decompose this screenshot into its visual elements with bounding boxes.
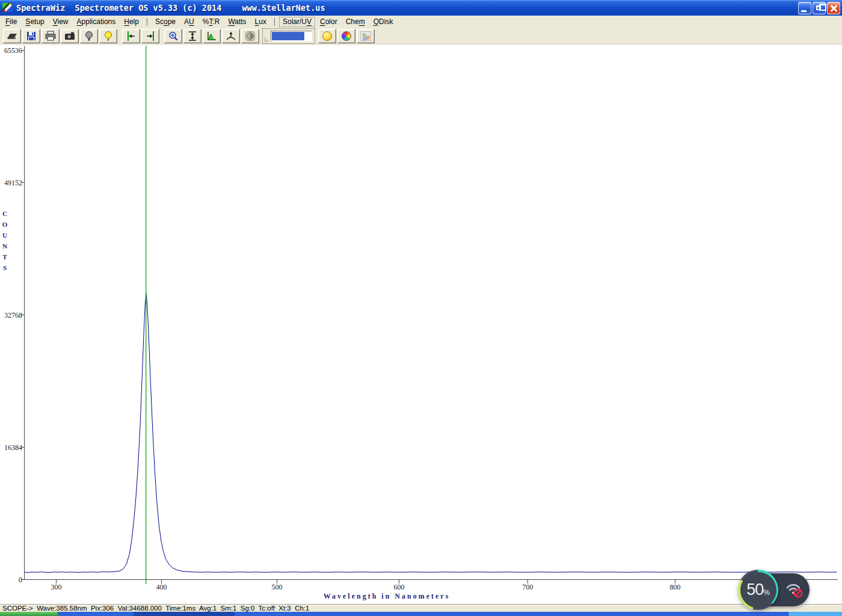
menu-item-chem[interactable]: Chem: [342, 16, 369, 28]
x-axis-label: Wavelength in Nanometers: [324, 592, 450, 600]
x-tick-label: 800: [670, 583, 681, 591]
x-tick-label: 500: [272, 583, 283, 591]
autoscale-y-icon: [186, 30, 198, 42]
autoscale-y-button[interactable]: [183, 29, 201, 43]
taskbar-app-button[interactable]: [134, 612, 235, 616]
menu-item-file[interactable]: File: [1, 16, 21, 28]
dark-scan-button[interactable]: [241, 29, 259, 43]
menu-item-scope[interactable]: Scope: [151, 16, 180, 28]
y-tick-label: 49152: [4, 179, 22, 187]
y-tick-label: 65536: [4, 46, 22, 55]
cursor-right-icon: [144, 30, 156, 42]
x-tick-label: 600: [394, 583, 405, 591]
minimize-icon: [801, 10, 807, 12]
lamp-off-icon: [83, 30, 95, 42]
app-window: SpectraWiz Spectrometer OS v5.33 (c) 201…: [0, 0, 842, 616]
zoom-in-button[interactable]: [164, 29, 182, 43]
axes: [21, 46, 838, 584]
menu-item-qdisk[interactable]: QDisk: [369, 16, 398, 28]
restore-button[interactable]: [813, 2, 826, 14]
menu-item-applications[interactable]: Applications: [73, 16, 120, 28]
app-icon: [2, 2, 13, 13]
menu-item-au[interactable]: AU: [180, 16, 198, 28]
system-tray: [788, 612, 842, 616]
spectrum-chart[interactable]: 655364915232768163840300400500600700800W…: [0, 45, 842, 604]
cursor-left-button[interactable]: [122, 29, 140, 43]
print-icon: [45, 30, 57, 42]
plot-area[interactable]: 655364915232768163840300400500600700800W…: [0, 45, 842, 604]
toolbar: [0, 28, 842, 45]
menu-item-solar-uv[interactable]: Solar/UV: [278, 16, 316, 28]
page-curl-icon: [264, 37, 269, 42]
close-button[interactable]: [827, 2, 840, 14]
open-file-button[interactable]: [3, 29, 21, 43]
color-temp-button[interactable]: [318, 29, 336, 43]
cursor-left-icon: [125, 30, 137, 42]
zoom-in-icon: [167, 30, 179, 42]
snapshot-button[interactable]: [61, 29, 79, 43]
save-button[interactable]: [22, 29, 40, 43]
progress-percent: 50%: [746, 581, 770, 599]
snapshot-camera-icon: [64, 30, 76, 42]
start-button[interactable]: [0, 612, 58, 616]
peak-view-icon: [206, 30, 218, 42]
menu-item--t-r[interactable]: %T:R: [198, 16, 224, 28]
y-tick-label: 0: [19, 576, 22, 584]
x-tick-label: 700: [523, 583, 533, 591]
open-file-icon: [6, 30, 18, 42]
menubar: FileSetupViewApplicationsHelpScopeAU%T:R…: [0, 16, 842, 28]
dark-scan-icon: [244, 30, 256, 42]
peak-view-button[interactable]: [203, 29, 221, 43]
window-title: SpectraWiz Spectrometer OS v5.33 (c) 201…: [16, 3, 221, 13]
cursor-right-button[interactable]: [141, 29, 159, 43]
statusbar: SCOPE-> Wave:385.58nm Pix:306 Val:34688.…: [0, 604, 842, 612]
restore-icon: [816, 5, 821, 10]
save-icon: [25, 30, 37, 42]
progress-circle-badge[interactable]: 50%: [738, 570, 778, 610]
lamp-on-icon: [102, 30, 114, 42]
minimize-button[interactable]: [798, 2, 811, 14]
recorder-overlay: 50%: [738, 570, 811, 611]
integration-progress[interactable]: [262, 28, 315, 44]
x-tick-label: 300: [51, 583, 62, 591]
peak-hold-icon: [225, 30, 237, 42]
print-button[interactable]: [41, 29, 60, 43]
color-temp-sun-icon: [322, 31, 332, 41]
titlebar: SpectraWiz Spectrometer OS v5.33 (c) 201…: [0, 0, 842, 16]
menu-item-color[interactable]: Color: [316, 16, 342, 28]
taskbar: [0, 612, 842, 616]
menu-item-watts[interactable]: Watts: [224, 16, 250, 28]
color-measure-button[interactable]: [357, 29, 375, 43]
menu-item-lux[interactable]: Lux: [251, 16, 271, 28]
wifi-off-icon: [785, 582, 804, 599]
menu-separator: [274, 18, 275, 26]
color-measure-icon: [360, 31, 371, 41]
y-tick-label: 32768: [4, 311, 22, 319]
menu-item-view[interactable]: View: [49, 16, 73, 28]
menu-separator: [147, 18, 147, 26]
window-title-url: www.StellarNet.us: [242, 3, 325, 13]
peak-hold-button[interactable]: [222, 29, 240, 43]
status-text: SCOPE-> Wave:385.58nm Pix:306 Val:34688.…: [2, 605, 309, 612]
color-wheel-button[interactable]: [337, 29, 355, 43]
menu-item-setup[interactable]: Setup: [21, 16, 48, 28]
integration-progress-fill: [272, 32, 304, 40]
lamp-off-button[interactable]: [80, 29, 98, 43]
y-axis-label: COUNTS: [1, 208, 9, 273]
menu-item-help[interactable]: Help: [120, 16, 143, 28]
lamp-on-button[interactable]: [99, 29, 117, 43]
color-wheel-icon: [342, 31, 351, 41]
x-tick-label: 400: [156, 583, 167, 591]
y-tick-label: 16384: [4, 443, 22, 452]
